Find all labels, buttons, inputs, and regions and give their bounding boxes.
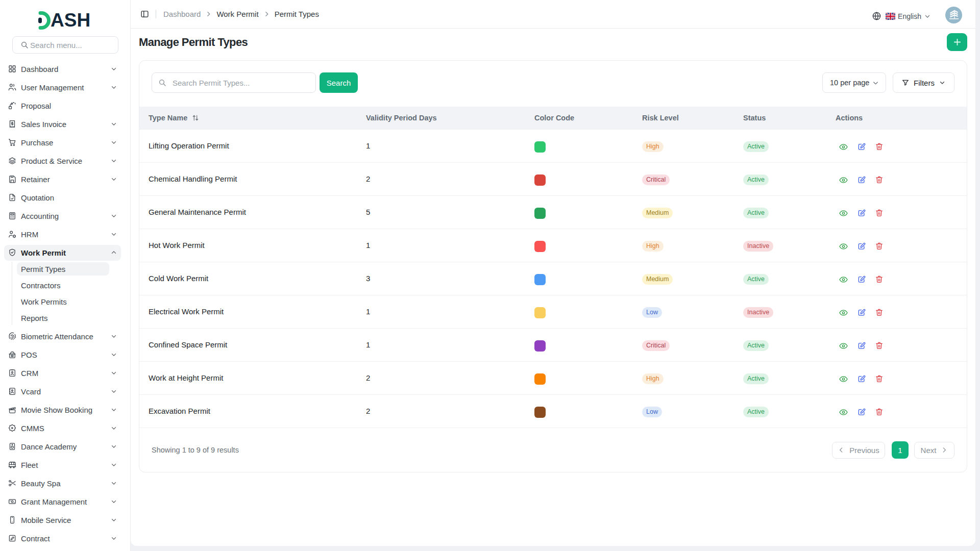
svg-text:ASH: ASH [51, 10, 90, 31]
